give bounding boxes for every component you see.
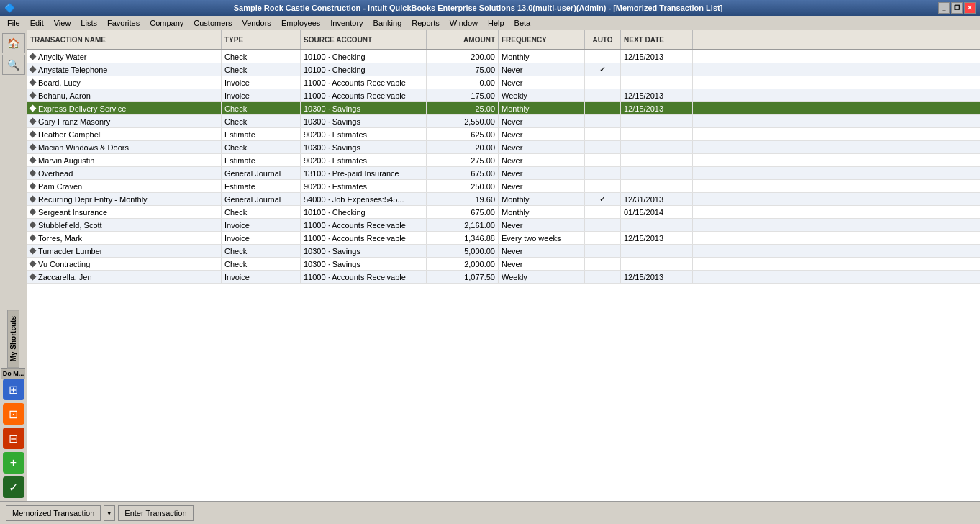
cell-nextdate [621, 219, 693, 231]
menu-item-vendors[interactable]: Vendors [238, 17, 276, 29]
sidebar-icon-green-dark[interactable]: ✓ [3, 476, 24, 498]
cell-amount: 20.00 [427, 141, 499, 153]
menu-item-customers[interactable]: Customers [189, 17, 236, 29]
close-button[interactable]: ✕ [964, 2, 976, 14]
cell-nextdate [621, 154, 693, 166]
cell-amount: 2,161.00 [427, 219, 499, 231]
menu-item-company[interactable]: Company [145, 17, 188, 29]
cell-auto [585, 115, 621, 127]
cell-nextdate [621, 63, 693, 76]
cell-type: Check [222, 50, 301, 63]
table-row[interactable]: Macian Windows & Doors Check 10300 · Sav… [27, 141, 980, 154]
cell-type: Check [222, 141, 301, 153]
menu-item-edit[interactable]: Edit [26, 17, 48, 29]
cell-source: 90200 · Estimates [301, 154, 427, 166]
cell-name: Anycity Water [27, 50, 222, 63]
table-row[interactable]: Anystate Telephone Check 10100 · Checkin… [27, 63, 980, 76]
menu-item-view[interactable]: View [50, 17, 76, 29]
cell-type: Invoice [222, 232, 301, 244]
sidebar-icon-orange[interactable]: ⊡ [3, 403, 24, 425]
cell-amount: 275.00 [427, 154, 499, 166]
restore-button[interactable]: ❐ [951, 2, 963, 14]
table-row[interactable]: Marvin Augustin Estimate 90200 · Estimat… [27, 154, 980, 167]
table-row[interactable]: Recurring Depr Entry - Monthly General J… [27, 193, 980, 206]
do-more-label[interactable]: Do M... [1, 368, 26, 379]
cell-name: Pam Craven [27, 180, 222, 192]
cell-nextdate [621, 245, 693, 257]
cell-source: 10300 · Savings [301, 115, 427, 127]
table-row[interactable]: Heather Campbell Estimate 90200 · Estima… [27, 128, 980, 141]
table-row[interactable]: Overhead General Journal 13100 · Pre-pai… [27, 167, 980, 180]
cell-type: Invoice [222, 271, 301, 283]
cell-amount: 19.60 [427, 193, 499, 205]
cell-nextdate [621, 76, 693, 89]
sidebar-icon-red[interactable]: ⊟ [3, 428, 24, 449]
table-row[interactable]: Anycity Water Check 10100 · Checking 200… [27, 50, 980, 63]
menu-item-inventory[interactable]: Inventory [326, 17, 367, 29]
cell-type: Invoice [222, 89, 301, 101]
menu-item-employees[interactable]: Employees [277, 17, 325, 29]
cell-source: 11000 · Accounts Receivable [301, 219, 427, 231]
cell-auto: ✓ [585, 193, 621, 205]
table-row[interactable]: Express Delivery Service Check 10300 · S… [27, 102, 980, 115]
menu-item-help[interactable]: Help [484, 17, 509, 29]
cell-type: Invoice [222, 76, 301, 89]
menu-item-beta[interactable]: Beta [510, 17, 535, 29]
home-icon[interactable]: 🏠 [2, 33, 25, 53]
table-row[interactable]: Sergeant Insurance Check 10100 · Checkin… [27, 206, 980, 219]
cell-type: Estimate [222, 128, 301, 140]
col-header-frequency: FREQUENCY [499, 30, 585, 49]
col-header-name: TRANSACTION NAME [27, 30, 222, 49]
bottom-bar: Memorized Transaction ▼ Enter Transactio… [0, 501, 980, 524]
minimize-button[interactable]: _ [938, 2, 950, 14]
menu-item-lists[interactable]: Lists [76, 17, 101, 29]
sidebar-icon-green-add[interactable]: + [3, 452, 24, 474]
cell-amount: 0.00 [427, 76, 499, 89]
menu-item-banking[interactable]: Banking [369, 17, 407, 29]
menu-item-reports[interactable]: Reports [407, 17, 444, 29]
search-icon[interactable]: 🔍 [2, 55, 25, 75]
table-row[interactable]: Gary Franz Masonry Check 10300 · Savings… [27, 115, 980, 128]
cell-frequency: Monthly [499, 102, 585, 114]
table-row[interactable]: Behanu, Aaron Invoice 11000 · Accounts R… [27, 89, 980, 102]
table-row[interactable]: Tumacder Lumber Check 10300 · Savings 5,… [27, 245, 980, 258]
cell-frequency: Monthly [499, 206, 585, 218]
cell-nextdate [621, 258, 693, 270]
cell-name: Torres, Mark [27, 232, 222, 244]
cell-nextdate: 12/15/2013 [621, 102, 693, 114]
cell-name: Marvin Augustin [27, 154, 222, 166]
cell-source: 10300 · Savings [301, 245, 427, 257]
menu-item-file[interactable]: File [3, 17, 24, 29]
cell-nextdate [621, 115, 693, 127]
table-row[interactable]: Beard, Lucy Invoice 11000 · Accounts Rec… [27, 76, 980, 89]
table-row[interactable]: Vu Contracting Check 10300 · Savings 2,0… [27, 258, 980, 271]
table-row[interactable]: Pam Craven Estimate 90200 · Estimates 25… [27, 180, 980, 193]
content-area: TRANSACTION NAME TYPE SOURCE ACCOUNT AMO… [27, 30, 980, 501]
cell-frequency: Never [499, 154, 585, 166]
cell-auto [585, 258, 621, 270]
cell-amount: 2,550.00 [427, 115, 499, 127]
menu-item-favorites[interactable]: Favorites [103, 17, 144, 29]
table-row[interactable]: Torres, Mark Invoice 11000 · Accounts Re… [27, 232, 980, 245]
diamond-icon [30, 105, 37, 112]
cell-source: 10300 · Savings [301, 141, 427, 153]
title-bar: 🔷 Sample Rock Castle Construction - Intu… [0, 0, 980, 16]
enter-transaction-button[interactable]: Enter Transaction [118, 505, 193, 521]
my-shortcuts-label[interactable]: My Shortcuts [7, 310, 19, 368]
memorized-transaction-button[interactable]: Memorized Transaction [6, 505, 101, 521]
table-row[interactable]: Zaccarella, Jen Invoice 11000 · Accounts… [27, 271, 980, 284]
sidebar-icon-blue[interactable]: ⊞ [3, 379, 24, 400]
cell-nextdate [621, 167, 693, 179]
window-title: Sample Rock Castle Construction - Intuit… [18, 4, 938, 12]
menu-bar: FileEditViewListsFavoritesCompanyCustome… [0, 16, 980, 30]
table-row[interactable]: Stubblefield, Scott Invoice 11000 · Acco… [27, 219, 980, 232]
cell-frequency: Every two weeks [499, 232, 585, 244]
cell-amount: 675.00 [427, 167, 499, 179]
cell-source: 10300 · Savings [301, 258, 427, 270]
menu-item-window[interactable]: Window [445, 17, 482, 29]
cell-name: Overhead [27, 167, 222, 179]
cell-nextdate [621, 141, 693, 153]
cell-type: Check [222, 102, 301, 114]
window-controls: _ ❐ ✕ [938, 2, 976, 14]
memorized-transaction-dropdown[interactable]: ▼ [104, 505, 115, 521]
